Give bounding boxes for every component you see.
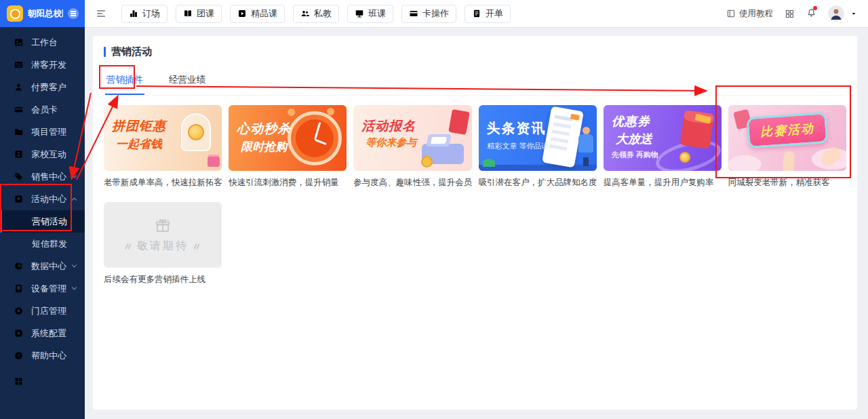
coming-soon-banner: 敬请期待: [104, 202, 222, 268]
banner-title: 优惠券: [612, 113, 722, 129]
tab-marketing-plugins[interactable]: 营销插件: [105, 68, 144, 95]
banner-subtitle: 精彩文章 等你品读: [488, 141, 597, 151]
sidebar-collapse-icon[interactable]: [68, 8, 79, 19]
card-signup[interactable]: 活动报名 等你来参与 参与度高、趣味性强，提升会员活跃度: [353, 105, 471, 188]
card-caption: 同城裂变老带新，精准获客: [728, 177, 846, 188]
sidebar-item-lead-dev[interactable]: 潜客开发: [0, 54, 85, 76]
course-icon: [237, 9, 247, 18]
banner-title-2: 大放送: [616, 131, 722, 147]
card-banner: 比赛活动: [728, 105, 846, 171]
tag-icon: [14, 172, 24, 182]
apps-grid-icon[interactable]: [14, 376, 24, 386]
school-logo: [7, 5, 23, 22]
pie-icon: [14, 261, 24, 271]
users-icon: [300, 9, 310, 18]
avatar-caret-down-icon[interactable]: [850, 10, 857, 17]
banner-title: 拼团钜惠: [112, 117, 222, 135]
chevron-icon: [71, 285, 78, 292]
card-banner: 优惠券 大放送 先领券 再购物: [604, 105, 722, 171]
book-icon: [183, 9, 193, 18]
banner-badge: 比赛活动: [746, 112, 828, 148]
quick-action-card-ops[interactable]: 卡操作: [401, 5, 456, 23]
sidebar-item-paying-customers[interactable]: 付费客户: [0, 76, 85, 98]
tab-bar: 营销插件经营业绩: [104, 68, 846, 96]
card-caption: 老带新成单率高，快速拉新拓客: [104, 177, 222, 188]
decor-mark-left: [125, 243, 132, 250]
tutorial-button[interactable]: 使用教程: [726, 8, 773, 20]
bill-icon: [472, 9, 481, 18]
user-pay-icon: [14, 82, 24, 92]
device-icon: [14, 283, 24, 294]
sidebar-item-help-center[interactable]: 帮助中心: [0, 344, 85, 367]
sidebar-item-system-config[interactable]: 系统配置: [0, 322, 85, 344]
quick-action-private-coach[interactable]: 私教: [293, 5, 339, 23]
sidebar-item-data-center[interactable]: 数据中心: [0, 255, 85, 277]
card-icon: [409, 9, 418, 18]
coming-soon-text: 敬请期待: [137, 239, 189, 254]
sidebar-header: 朝阳总校区: [0, 0, 85, 27]
sidebar: 朝阳总校区 工作台 潜客开发 付费客户 会员卡: [0, 0, 85, 419]
sidebar-item-sales-center[interactable]: 销售中心: [0, 165, 85, 188]
card-groupon[interactable]: 拼团钜惠 一起省钱 老带新成单率高，快速拉新拓客: [104, 105, 222, 188]
notification-bell-icon[interactable]: [806, 7, 816, 20]
decor-mark-right: [194, 243, 200, 250]
sidebar-item-marketing-activity[interactable]: 营销活动: [0, 210, 85, 233]
card-banner: 头条资讯 精彩文章 等你品读: [479, 105, 597, 171]
banner-title-2: 限时抢购: [241, 139, 347, 155]
member-card-icon: [14, 104, 24, 115]
dashboard-icon: [14, 37, 24, 47]
school-name: 朝阳总校区: [28, 8, 63, 20]
quick-action-booking[interactable]: 订场: [121, 5, 167, 23]
quick-action-new-order[interactable]: 开单: [465, 5, 511, 23]
sidebar-item-device-mgmt[interactable]: 设备管理: [0, 277, 85, 300]
sidebar-menu: 工作台 潜客开发 付费客户 会员卡 项目管理: [0, 27, 85, 376]
tutorial-icon: [726, 9, 736, 18]
config-icon: [14, 328, 24, 338]
chevron-icon: [71, 262, 78, 270]
plugin-cards: 拼团钜惠 一起省钱 老带新成单率高，快速拉新拓客 心动秒杀: [104, 105, 846, 188]
sidebar-item-workbench[interactable]: 工作台: [0, 31, 85, 54]
card-caption: 吸引潜在客户，扩大品牌知名度: [479, 177, 597, 188]
topbar-right: 使用教程: [726, 5, 857, 22]
card-coupons[interactable]: 优惠券 大放送 先领券 再购物 提高客单量，提升用户复购率: [604, 105, 722, 188]
coming-soon-caption: 后续会有更多营销插件上线: [104, 274, 222, 285]
marketing-panel: 营销活动 营销插件经营业绩 拼团钜惠 一起省钱: [93, 36, 857, 410]
coming-soon-row: 敬请期待 后续会有更多营销插件上线: [104, 202, 846, 285]
sidebar-item-activity-center[interactable]: 活动中心: [0, 188, 85, 210]
sidebar-item-project-mgmt[interactable]: 项目管理: [0, 121, 85, 143]
sidebar-item-member-card[interactable]: 会员卡: [0, 98, 85, 121]
card-caption: 提高客单量，提升用户复购率: [604, 177, 722, 188]
card-caption: 参与度高、趣味性强，提升会员活跃度: [353, 177, 471, 188]
sidebar-item-store-mgmt[interactable]: 门店管理: [0, 300, 85, 322]
quick-action-premium-class[interactable]: 精品课: [230, 5, 285, 23]
qr-apps-icon[interactable]: [785, 9, 795, 19]
card-banner: 活动报名 等你来参与: [353, 105, 471, 171]
card-banner: 拼团钜惠 一起省钱: [104, 105, 222, 171]
sidebar-footer: [0, 376, 85, 419]
card-contest[interactable]: 比赛活动 同城裂变老带新，精准获客: [728, 105, 846, 188]
quick-action-group-class[interactable]: 团课: [176, 5, 222, 23]
page-title: 营销活动: [104, 45, 846, 58]
sidebar-item-home-school[interactable]: 家校互动: [0, 143, 85, 165]
chevron-icon: [71, 173, 78, 180]
user-avatar[interactable]: [828, 5, 844, 22]
title-accent-bar: [104, 47, 106, 57]
banner-title: 心动秒杀: [237, 120, 347, 138]
content-area: 营销活动 营销插件经营业绩 拼团钜惠 一起省钱: [85, 27, 868, 419]
gift-icon: [154, 217, 172, 235]
activity-icon: [14, 194, 24, 204]
menu-fold-icon[interactable]: [96, 8, 106, 19]
tab-business-performance[interactable]: 经营业绩: [167, 68, 207, 95]
card-headlines[interactable]: 头条资讯 精彩文章 等你品读 吸引潜在客户，扩大品牌知名度: [479, 105, 597, 188]
banner-illustration-2: [818, 145, 844, 168]
banner-title-2: 等你来参与: [366, 136, 471, 149]
banner-title: 活动报名: [361, 117, 471, 135]
chevron-icon: [71, 195, 78, 203]
quick-action-term-class[interactable]: 班课: [347, 5, 393, 23]
card-flash-sale[interactable]: 心动秒杀 限时抢购 快速引流刺激消费，提升销量: [229, 105, 347, 188]
topbar: 订场 团课 精品课 私教 班课 卡操作: [85, 0, 868, 27]
help-icon: [14, 351, 24, 361]
sidebar-item-sms-bulk[interactable]: 短信群发: [0, 233, 85, 255]
quick-actions: 订场 团课 精品课 私教 班课 卡操作: [121, 5, 511, 23]
main-column: 订场 团课 精品课 私教 班课 卡操作: [85, 0, 868, 419]
